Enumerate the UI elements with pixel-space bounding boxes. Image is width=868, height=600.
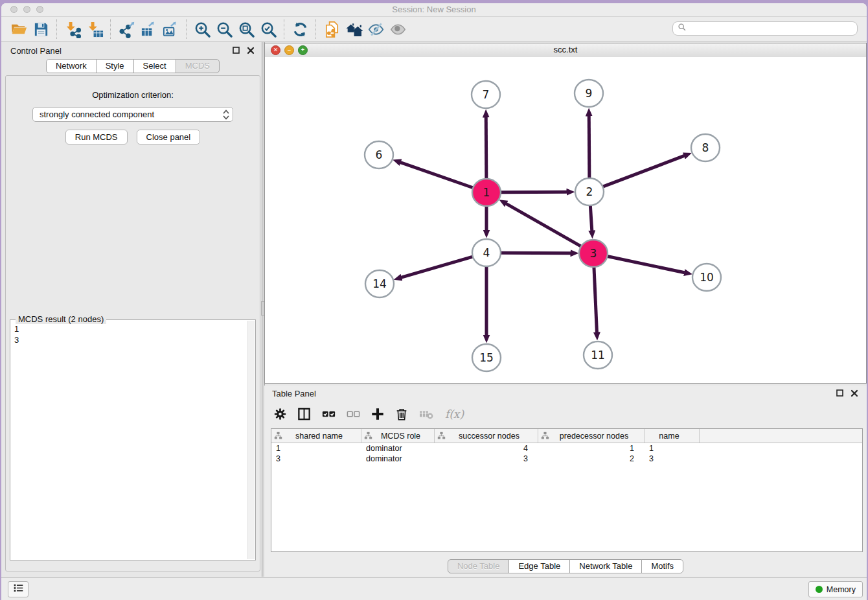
result-scrollbar[interactable]	[247, 321, 255, 559]
graph-edge-4-3[interactable]	[501, 253, 571, 253]
cell-predecessor-nodes[interactable]: 2	[538, 454, 645, 463]
search-box[interactable]	[672, 21, 858, 36]
hierarchy-icon	[541, 432, 549, 440]
graph-edge-3-10[interactable]	[608, 257, 685, 273]
column-header-mcds-role[interactable]: MCDS role	[361, 429, 435, 443]
table-tab-node-table[interactable]: Node Table	[448, 559, 510, 573]
svg-text:4: 4	[483, 246, 490, 259]
toolbar-group	[321, 19, 409, 40]
mcds-result-text[interactable]: 13	[12, 321, 247, 559]
graph-edge-2-8[interactable]	[603, 156, 685, 187]
svg-text:8: 8	[702, 141, 709, 154]
cell-mcds-role[interactable]: dominator	[361, 444, 435, 453]
tab-select[interactable]: Select	[133, 59, 176, 73]
search-input[interactable]	[687, 22, 857, 35]
control-panel-title: Control Panel	[10, 46, 232, 56]
export-network-icon[interactable]	[115, 19, 137, 40]
graph-node-7[interactable]: 7	[472, 81, 500, 108]
tab-mcds[interactable]: MCDS	[176, 59, 220, 73]
network-view-frame: ✕ – + scc.txt 1234678910111415	[264, 43, 867, 384]
criterion-dropdown[interactable]: strongly connected component	[32, 107, 233, 122]
table-tab-edge-table[interactable]: Edge Table	[508, 559, 570, 573]
graph-edge-3-11[interactable]	[594, 268, 597, 332]
network-canvas[interactable]: 1234678910111415	[265, 57, 866, 383]
table-row[interactable]: 1dominator411	[271, 443, 862, 454]
houses-icon[interactable]	[343, 19, 365, 40]
column-header-name[interactable]: name	[645, 429, 700, 443]
control-panel-tabs: NetworkStyleSelectMCDS	[4, 59, 262, 73]
graph-node-15[interactable]: 15	[472, 344, 501, 371]
svg-text:2: 2	[586, 185, 593, 198]
cell-predecessor-nodes[interactable]: 1	[538, 444, 645, 453]
toolbar-group	[191, 19, 279, 40]
hierarchy-icon	[364, 432, 372, 440]
graph-node-11[interactable]: 11	[584, 341, 612, 369]
column-header-successor-nodes[interactable]: successor nodes	[435, 429, 538, 443]
graph-edge-3-1[interactable]	[506, 203, 580, 246]
hide-eye-icon[interactable]	[365, 19, 387, 40]
close-panel-icon[interactable]	[246, 46, 255, 55]
task-history-button[interactable]	[8, 581, 29, 597]
svg-text:10: 10	[700, 271, 714, 284]
export-image-icon[interactable]	[159, 19, 181, 40]
trash-icon[interactable]	[394, 405, 409, 423]
checks-on-icon[interactable]	[321, 405, 336, 423]
float-table-panel-icon[interactable]	[836, 389, 845, 398]
graph-node-8[interactable]: 8	[691, 134, 720, 161]
export-table-icon[interactable]	[137, 19, 159, 40]
show-eye-icon[interactable]	[387, 19, 409, 40]
run-mcds-button[interactable]: Run MCDS	[65, 130, 128, 144]
zoom-fit-icon[interactable]	[235, 19, 257, 40]
float-panel-icon[interactable]	[232, 46, 241, 55]
cell-shared-name[interactable]: 1	[271, 444, 361, 453]
cell-name[interactable]: 3	[645, 454, 700, 463]
graph-node-4[interactable]: 4	[472, 239, 501, 266]
memory-status-dot	[816, 586, 823, 593]
cell-shared-name[interactable]: 3	[271, 454, 361, 463]
graph-node-2[interactable]: 2	[575, 178, 604, 205]
graph-edge-1-2[interactable]	[501, 192, 567, 192]
save-icon[interactable]	[30, 19, 52, 40]
table-row[interactable]: 3dominator323	[271, 454, 862, 464]
checks-off-icon[interactable]	[346, 405, 361, 423]
svg-text:f(x): f(x)	[445, 408, 465, 421]
split-columns-icon[interactable]	[297, 405, 312, 423]
graph-edge-2-3[interactable]	[590, 206, 591, 231]
clone-network-icon[interactable]	[321, 19, 343, 40]
graph-edge-1-6[interactable]	[400, 163, 473, 188]
zoom-out-icon[interactable]	[213, 19, 235, 40]
zoom-selected-icon[interactable]	[257, 19, 279, 40]
graph-node-14[interactable]: 14	[365, 270, 394, 297]
graph-node-9[interactable]: 9	[575, 80, 603, 107]
graph-edge-4-14[interactable]	[402, 257, 473, 277]
graph-node-3[interactable]: 3	[579, 240, 608, 267]
cell-successor-nodes[interactable]: 3	[435, 454, 538, 463]
table-tab-network-table[interactable]: Network Table	[569, 559, 642, 573]
graph-edge-2-9[interactable]	[589, 116, 589, 178]
close-panel-button[interactable]: Close panel	[137, 130, 201, 144]
memory-button[interactable]: Memory	[808, 581, 863, 597]
column-header-predecessor-nodes[interactable]: predecessor nodes	[538, 429, 645, 443]
tab-network[interactable]: Network	[46, 59, 97, 73]
gear-icon[interactable]	[273, 405, 287, 423]
refresh-icon[interactable]	[289, 19, 311, 40]
table-tab-motifs[interactable]: Motifs	[641, 559, 683, 573]
node-table[interactable]: shared nameMCDS rolesuccessor nodesprede…	[271, 428, 863, 552]
import-table-icon[interactable]	[84, 19, 106, 40]
graph-edge-1-7[interactable]	[486, 117, 486, 178]
cell-successor-nodes[interactable]: 4	[435, 444, 538, 453]
column-label: predecessor nodes	[549, 432, 644, 441]
cell-mcds-role[interactable]: dominator	[361, 454, 435, 463]
open-folder-icon[interactable]	[8, 19, 30, 40]
cell-name[interactable]: 1	[645, 444, 700, 453]
tab-style[interactable]: Style	[96, 59, 134, 73]
graph-node-10[interactable]: 10	[692, 264, 721, 291]
graph-node-1[interactable]: 1	[472, 179, 501, 206]
import-network-icon[interactable]	[62, 19, 84, 40]
zoom-in-icon[interactable]	[191, 19, 213, 40]
column-header-shared-name[interactable]: shared name	[271, 429, 361, 443]
table-panel: Table Panel f(x) shared nameMCDS rolesuc…	[264, 386, 867, 577]
add-icon[interactable]	[371, 405, 385, 423]
close-table-panel-icon[interactable]	[850, 389, 859, 398]
graph-node-6[interactable]: 6	[365, 141, 393, 168]
